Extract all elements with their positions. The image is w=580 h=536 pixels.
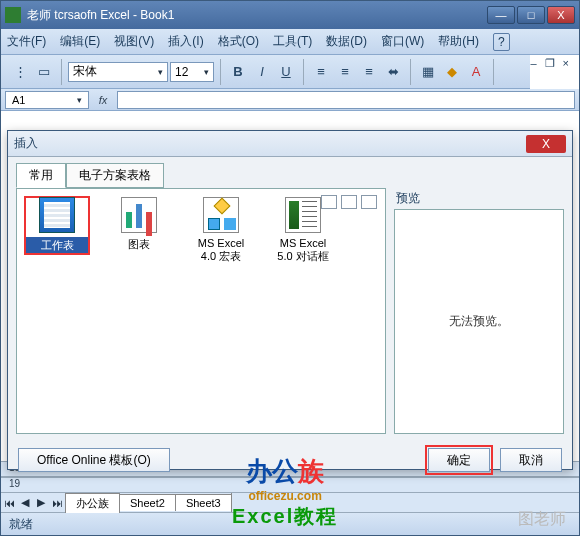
name-box[interactable]: A1▾ <box>5 91 89 109</box>
child-window-controls: – ❐ × <box>530 55 579 70</box>
maximize-button[interactable]: □ <box>517 6 545 24</box>
dialog-titlebar[interactable]: 插入 X <box>8 131 572 157</box>
menu-tools[interactable]: 工具(T) <box>273 33 312 50</box>
menu-data[interactable]: 数据(D) <box>326 33 367 50</box>
dialog-sheet-icon <box>285 197 321 233</box>
status-bar: 就绪 <box>1 513 579 535</box>
minimize-button[interactable]: — <box>487 6 515 24</box>
view-list-icon[interactable] <box>341 195 357 209</box>
fill-color-icon[interactable]: ◆ <box>441 61 463 83</box>
new-icon[interactable]: ▭ <box>33 61 55 83</box>
status-text: 就绪 <box>9 516 33 533</box>
menu-help[interactable]: 帮助(H) <box>438 33 479 50</box>
view-large-icon[interactable] <box>321 195 337 209</box>
menu-format[interactable]: 格式(O) <box>218 33 259 50</box>
office-online-button[interactable]: Office Online 模板(O) <box>18 448 170 472</box>
macro-icon <box>203 197 239 233</box>
window-title: 老师 tcrsaofn Excel - Book1 <box>27 7 487 24</box>
ok-button[interactable]: 确定 <box>428 448 490 472</box>
child-close[interactable]: × <box>563 57 569 70</box>
italic-button[interactable]: I <box>251 61 273 83</box>
bold-button[interactable]: B <box>227 61 249 83</box>
excel-icon <box>5 7 21 23</box>
sheet-tabstrip: ⏮ ◀ ▶ ⏭ 办公族 Sheet2 Sheet3 <box>1 493 579 513</box>
preview-pane: 无法预览。 <box>394 209 564 434</box>
sheet-tab-2[interactable]: Sheet2 <box>119 494 176 511</box>
dialog-item-list: 工作表 图表 MS Excel 4.0 宏表 MS Excel 5.0 对话框 <box>16 188 386 434</box>
sheet-tab-1[interactable]: 办公族 <box>65 493 120 513</box>
tab-prev-icon[interactable]: ◀ <box>17 496 33 509</box>
tab-first-icon[interactable]: ⏮ <box>1 497 17 509</box>
dialog-close-button[interactable]: X <box>526 135 566 153</box>
worksheet-icon <box>39 197 75 233</box>
menu-window[interactable]: 窗口(W) <box>381 33 424 50</box>
child-restore[interactable]: ❐ <box>545 57 555 70</box>
align-left-icon[interactable]: ≡ <box>310 61 332 83</box>
hscroll[interactable] <box>231 493 579 512</box>
dialog-tabs: 常用 电子方案表格 <box>8 157 572 188</box>
align-center-icon[interactable]: ≡ <box>334 61 356 83</box>
menu-insert[interactable]: 插入(I) <box>168 33 203 50</box>
tab-last-icon[interactable]: ⏭ <box>49 497 65 509</box>
menu-view[interactable]: 视图(V) <box>114 33 154 50</box>
formula-bar: A1▾ fx <box>1 89 579 111</box>
sheet-tab-3[interactable]: Sheet3 <box>175 494 232 511</box>
font-color-icon[interactable]: A <box>465 61 487 83</box>
child-minimize[interactable]: – <box>530 57 536 70</box>
tab-common[interactable]: 常用 <box>16 163 66 188</box>
menu-edit[interactable]: 编辑(E) <box>60 33 100 50</box>
menubar: 文件(F) 编辑(E) 视图(V) 插入(I) 格式(O) 工具(T) 数据(D… <box>1 29 579 55</box>
handle-icon[interactable]: ⋮ <box>9 61 31 83</box>
preview-label: 预览 <box>394 188 564 209</box>
underline-button[interactable]: U <box>275 61 297 83</box>
chart-icon <box>121 197 157 233</box>
help-question[interactable]: ? <box>493 33 510 51</box>
no-preview-text: 无法预览。 <box>449 313 509 330</box>
font-select[interactable]: 宋体▾ <box>68 62 168 82</box>
menu-file[interactable]: 文件(F) <box>7 33 46 50</box>
fx-icon[interactable]: fx <box>93 94 113 106</box>
view-detail-icon[interactable] <box>361 195 377 209</box>
item-worksheet[interactable]: 工作表 <box>25 197 89 254</box>
titlebar[interactable]: 老师 tcrsaofn Excel - Book1 — □ X <box>1 1 579 29</box>
cancel-button[interactable]: 取消 <box>500 448 562 472</box>
tab-spreadsheets[interactable]: 电子方案表格 <box>66 163 164 188</box>
toolbar: ⋮ ▭ 宋体▾ 12▾ B I U ≡ ≡ ≡ ⬌ ▦ ◆ A <box>1 55 530 89</box>
align-right-icon[interactable]: ≡ <box>358 61 380 83</box>
insert-dialog: 插入 X 常用 电子方案表格 工作表 图表 <box>7 130 573 470</box>
item-macro-sheet[interactable]: MS Excel 4.0 宏表 <box>189 197 253 264</box>
tab-next-icon[interactable]: ▶ <box>33 496 49 509</box>
dialog-title: 插入 <box>14 135 526 152</box>
size-select[interactable]: 12▾ <box>170 62 214 82</box>
formula-input[interactable] <box>117 91 575 109</box>
borders-icon[interactable]: ▦ <box>417 61 439 83</box>
close-button[interactable]: X <box>547 6 575 24</box>
item-chart[interactable]: 图表 <box>107 197 171 252</box>
merge-icon[interactable]: ⬌ <box>382 61 404 83</box>
